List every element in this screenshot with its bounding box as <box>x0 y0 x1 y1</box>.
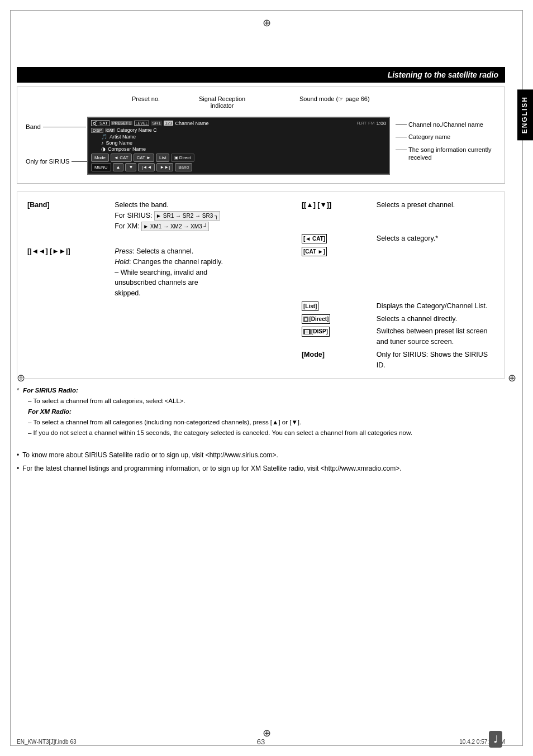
display-row5: ◑ Composer Name <box>91 146 386 152</box>
cat-next-btn[interactable]: CAT ► <box>134 154 154 162</box>
footnote-sirius-note: – To select a channel from all categorie… <box>17 396 505 406</box>
disp-val: Switches between preset list screen and … <box>377 327 488 346</box>
display-row2: DISP CAT Category Name C <box>91 127 386 133</box>
desc-row-mode: [Mode] Only for SIRIUS: Shows the SIRIUS… <box>24 348 498 372</box>
reg-mark-top: ⊕ <box>263 17 271 29</box>
diagram-layout: Band Only for SIRIUS SAT <box>26 117 496 175</box>
list-btn[interactable]: List <box>156 154 169 162</box>
channel-num: 123 <box>164 121 173 126</box>
mode-btn[interactable]: Mode <box>91 154 109 162</box>
preset-no-label: Preset no. <box>132 95 160 102</box>
flrt: FLRT <box>357 121 367 125</box>
direct-btn[interactable]: ■ Direct <box>171 154 194 162</box>
footnote-xm-label: For XM Radio: <box>17 406 505 417</box>
list-val: Displays the Category/Channel List. <box>377 302 488 310</box>
bullet-text-2: For the latest channel listings and prog… <box>22 463 401 474</box>
level-badge: LEVEL <box>134 121 150 126</box>
band-sirius-label: For SIRIUS: ► SR1 → SR2 → SR3 ┐ <box>115 212 220 219</box>
prev-next-hold: Hold <box>115 258 129 266</box>
bullet-text-1: To know more about SIRIUS Satellite radi… <box>22 449 278 461</box>
display-row1: SAT PRESET 1 LEVEL SR1 123 Channel Name … <box>91 120 386 126</box>
cat-prev-btn[interactable]: ◄ CAT <box>111 154 132 162</box>
button-row2: MENU ▲ ▼ |◄◄ ►►| Band <box>91 163 386 171</box>
description-table: [Band] Selects the band. For SIRIUS: ► S… <box>24 199 498 371</box>
direct-val: Selects a channel directly. <box>377 315 457 323</box>
page-footer: EN_KW-NT3[J]f.indb 63 63 10.4.2 0:57:35 … <box>17 739 505 745</box>
footnote-xm-note1: – To select a channel from all categorie… <box>17 417 505 428</box>
top-annotations: Preset no. Signal Reception indicator So… <box>26 95 496 112</box>
language-tab: ENGLISH <box>517 89 533 140</box>
list-key: [List] <box>302 302 318 311</box>
footnote-xm-note2: – If you do not select a channel within … <box>17 428 505 438</box>
bullet-item-2: • For the latest channel listings and pr… <box>17 463 505 474</box>
cat-name: Category Name C <box>117 127 157 133</box>
fm: FM <box>368 121 375 126</box>
desc-row-cat: [◄ CAT] Selects a category.* <box>24 232 498 245</box>
desc-row-direct: ■[Direct] Selects a channel directly. <box>24 313 498 326</box>
display-row3: 🎵 Artist Name <box>91 134 386 140</box>
updown-val: Selects a preset channel. <box>377 201 455 209</box>
cat-next-key: [CAT ►] <box>302 247 327 256</box>
display-mockup: SAT PRESET 1 LEVEL SR1 123 Channel Name … <box>87 117 390 175</box>
bullet-dot-2: • <box>17 463 19 474</box>
main-content: Preset no. Signal Reception indicator So… <box>17 87 505 722</box>
button-row1: Mode ◄ CAT CAT ► List ■ Direct <box>91 154 386 162</box>
sound-mode-label: Sound mode (☞ page 66) <box>299 95 370 103</box>
cat-icon: CAT <box>105 128 115 132</box>
next-btn[interactable]: ►►| <box>156 163 173 171</box>
footnotes: * For SIRIUS Radio: – To select a channe… <box>17 385 505 438</box>
time: 1:00 <box>376 121 386 126</box>
cat-prev-val: Selects a category.* <box>377 235 438 242</box>
prev-next-press: Press <box>115 247 132 255</box>
song-info-label: The song information currently received <box>396 146 496 162</box>
direct-key: ■[Direct] <box>302 314 330 324</box>
prev-btn[interactable]: |◄◄ <box>138 163 155 171</box>
band-label-row: Band <box>26 123 87 130</box>
bullet-section: • To know more about SIRIUS Satellite ra… <box>17 449 505 475</box>
svg-point-0 <box>93 122 96 125</box>
signal-reception-label: Signal Reception indicator <box>199 95 245 109</box>
sat-icon-area: SAT <box>91 120 110 126</box>
bullet-item-1: • To know more about SIRIUS Satellite ra… <box>17 449 505 461</box>
sr1-label: SR1 <box>151 121 162 126</box>
up-btn[interactable]: ▲ <box>113 163 124 171</box>
satellite-display: SAT PRESET 1 LEVEL SR1 123 Channel Name … <box>87 117 390 175</box>
desc-row-cat-next: [|◄◄] [►►|] Press: Selects a channel. Ho… <box>24 245 498 300</box>
header-title: Listening to the satellite radio <box>388 70 498 79</box>
channel-no-label: Channel no./Channel name <box>396 121 496 128</box>
disp-btn: DISP <box>91 128 103 133</box>
xm-flow: ► XM1 → XM2 → XM3 ┘ <box>141 222 209 231</box>
left-labels: Band Only for SIRIUS <box>26 117 87 165</box>
category-name-label: Category name <box>396 133 496 140</box>
mode-key: [Mode] <box>302 351 325 358</box>
right-labels: Channel no./Channel name Category name T… <box>390 117 496 162</box>
sirius-label-row: Only for SIRIUS <box>26 158 87 165</box>
page-number: 63 <box>17 738 505 746</box>
prev-next-key: [|◄◄] [►►|] <box>27 247 70 255</box>
band-btn[interactable]: Band <box>175 163 192 171</box>
bullet-dot-1: • <box>17 449 19 461</box>
down-btn[interactable]: ▼ <box>125 163 136 171</box>
disp-key: ▦[DISP] <box>302 327 330 337</box>
header-bar: Listening to the satellite radio <box>17 67 505 83</box>
mode-val: Only for SIRIUS: Shows the SIRIUS ID. <box>377 351 488 369</box>
music-icon-box: ♩ <box>489 731 502 748</box>
reg-mark-right: ⊕ <box>508 372 516 384</box>
prev-next-press-text: : Selects a channel. <box>132 247 193 255</box>
desc-row-disp: ▦[DISP] Switches between preset list scr… <box>24 325 498 348</box>
band-key: [Band] <box>27 201 50 209</box>
music-icon: ♩ <box>493 734 498 745</box>
updown-key: [[▲] [▼]] <box>302 201 331 209</box>
svg-line-1 <box>94 121 97 122</box>
diagram-box: Preset no. Signal Reception indicator So… <box>17 87 505 184</box>
descriptions-box: [Band] Selects the band. For SIRIUS: ► S… <box>17 192 505 379</box>
cat-prev-key: [◄ CAT] <box>302 234 327 243</box>
channel-name: Channel Name <box>175 121 208 126</box>
footnote-star-row: * For SIRIUS Radio: <box>17 385 505 396</box>
display-row4: ♪ Song Name <box>91 140 386 146</box>
svg-line-2 <box>94 125 97 126</box>
menu-btn[interactable]: MENU <box>91 163 111 171</box>
band-val1: Selects the band. <box>115 201 169 209</box>
preset-badge: PRESET 1 <box>111 121 132 125</box>
band-xm-label: For XM: ► XM1 → XM2 → XM3 ┘ <box>115 222 209 230</box>
